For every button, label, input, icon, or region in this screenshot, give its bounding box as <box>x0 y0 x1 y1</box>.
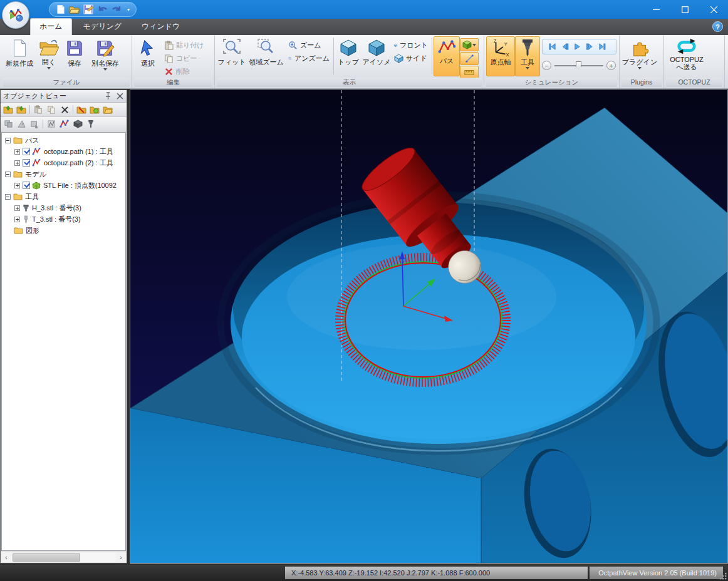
save-path-button[interactable] <box>16 104 27 115</box>
close-path-folder-button[interactable] <box>76 104 87 115</box>
holder-tool-icon <box>23 204 29 212</box>
open-caret-icon <box>47 67 51 69</box>
open-button[interactable]: 開く <box>36 36 62 76</box>
region-zoom-button[interactable]: 領域ズーム <box>247 36 286 76</box>
minimize-button[interactable] <box>642 0 670 19</box>
tree-item-tool-t3[interactable]: T_3.stl : 番号(3) <box>2 213 125 225</box>
speed-decrease-button[interactable]: − <box>542 61 551 70</box>
tree-copy-button[interactable] <box>46 104 57 115</box>
expand-icon[interactable] <box>14 160 20 166</box>
tree-item-tools-folder[interactable]: 工具 <box>2 191 125 202</box>
zoom-in-icon <box>288 41 298 50</box>
ribbon-group-simulation: ZYX 原点軸 工具 − + シミュレーション <box>484 36 620 88</box>
tree-item-path-2[interactable]: octopuz.path (2) : 工具 <box>2 157 125 168</box>
expand-icon[interactable] <box>14 149 20 155</box>
save-icon[interactable] <box>83 4 93 14</box>
plugin-button[interactable]: プラグイン <box>621 36 658 76</box>
viewport-3d[interactable] <box>130 90 728 563</box>
front-view-button[interactable]: フロント <box>392 39 430 51</box>
play-icon[interactable] <box>573 43 581 51</box>
visibility-checkbox[interactable] <box>23 148 30 155</box>
origin-axis-button[interactable]: ZYX 原点軸 <box>486 36 515 76</box>
load-path-button[interactable] <box>3 104 14 115</box>
help-button[interactable]: ? <box>712 21 723 32</box>
tree-item-paths-folder[interactable]: パス <box>2 135 125 146</box>
scrollbar-thumb[interactable] <box>13 553 80 562</box>
show-ruler-button[interactable] <box>460 66 479 79</box>
maximize-button[interactable] <box>670 0 699 19</box>
panel-close-icon[interactable] <box>116 92 124 100</box>
qat-customize-caret[interactable]: ▾ <box>127 7 130 13</box>
unzoom-button[interactable]: アンズーム <box>286 52 332 64</box>
save-button[interactable]: 保存 <box>62 36 87 76</box>
speed-increase-button[interactable]: + <box>606 61 616 70</box>
tree-item-stl-file[interactable]: STL File : 頂点数(10092 <box>2 180 125 191</box>
copy-button[interactable]: コピー <box>162 52 207 64</box>
show-tool-button[interactable]: 工具 <box>515 36 540 76</box>
speed-slider-thumb[interactable] <box>576 61 581 69</box>
title-bar: ▾ <box>0 0 728 19</box>
show-path-button[interactable]: パス <box>434 36 460 76</box>
tree-item-path-1[interactable]: octopuz.path (1) : 工具 <box>2 146 125 157</box>
tab-home[interactable]: ホーム <box>30 18 72 35</box>
close-button[interactable] <box>699 0 728 19</box>
tree-item-models-folder[interactable]: モデル <box>2 168 125 180</box>
merge-objects-button[interactable] <box>3 118 14 130</box>
step-back-icon[interactable] <box>561 43 569 51</box>
new-button[interactable]: 新規作成 <box>3 36 36 76</box>
tree-paste-button[interactable] <box>33 104 44 115</box>
expand-icon[interactable] <box>14 217 20 222</box>
send-to-octopuz-button[interactable]: OCTOPUZ へ送る <box>666 36 707 76</box>
endmill-icon <box>519 38 536 57</box>
path-display-button[interactable] <box>46 118 57 130</box>
expand-icon[interactable] <box>14 183 20 188</box>
show-line-button[interactable] <box>460 52 479 65</box>
visibility-checkbox[interactable] <box>23 182 30 189</box>
side-view-button[interactable]: サイド <box>392 52 430 64</box>
app-logo-icon <box>6 6 25 24</box>
tab-modeling[interactable]: モデリング <box>75 19 130 35</box>
delete-button[interactable]: 削除 <box>162 65 207 78</box>
collapse-icon[interactable] <box>5 194 11 200</box>
scroll-left-arrow-icon[interactable]: ‹ <box>1 553 11 562</box>
tool-display-button[interactable] <box>85 118 96 130</box>
fit-button[interactable]: フィット <box>217 36 247 76</box>
resize-grip[interactable] <box>719 572 727 580</box>
undo-icon[interactable] <box>97 4 108 14</box>
pin-icon[interactable] <box>104 92 112 100</box>
ruler-icon <box>464 69 474 76</box>
browse-folder-button[interactable] <box>102 104 113 115</box>
skip-end-icon[interactable] <box>598 43 606 51</box>
reload-folder-button[interactable] <box>89 104 100 115</box>
path-colored-button[interactable] <box>59 118 70 130</box>
paste-button[interactable]: 貼り付け <box>162 39 207 51</box>
group-label-file: ファイル <box>3 78 130 87</box>
collapse-icon[interactable] <box>5 138 11 143</box>
scroll-right-arrow-icon[interactable]: › <box>116 553 126 562</box>
iso-view-button[interactable]: アイソメ <box>361 36 392 76</box>
expand-icon[interactable] <box>14 205 20 211</box>
top-view-cube-icon <box>339 38 358 57</box>
tree-horizontal-scrollbar[interactable]: ‹ › <box>1 552 126 562</box>
show-model-button[interactable] <box>460 38 479 51</box>
tree-item-shapes-folder[interactable]: 図形 <box>2 225 125 236</box>
collapse-icon[interactable] <box>5 172 11 177</box>
select-button[interactable]: 選択 <box>134 36 162 76</box>
top-view-button[interactable]: トップ <box>335 36 361 76</box>
application-menu-button[interactable] <box>2 1 29 29</box>
open-file-icon[interactable] <box>69 4 80 14</box>
redo-icon[interactable] <box>112 4 122 14</box>
new-file-icon[interactable] <box>56 4 65 14</box>
speed-slider-track[interactable] <box>554 65 603 66</box>
mesh-model-button[interactable] <box>72 118 83 130</box>
zoom-button[interactable]: ズーム <box>286 39 332 51</box>
skip-start-icon[interactable] <box>548 43 556 51</box>
transform-button[interactable] <box>29 118 40 130</box>
tab-window[interactable]: ウィンドウ <box>133 19 189 35</box>
measure-button[interactable] <box>16 118 27 130</box>
tree-delete-button[interactable] <box>59 104 70 115</box>
visibility-checkbox[interactable] <box>23 159 30 167</box>
step-forward-icon[interactable] <box>586 43 594 51</box>
tree-item-tool-h3[interactable]: H_3.stl : 番号(3) <box>2 202 125 213</box>
save-as-button[interactable]: 別名保存 <box>87 36 123 76</box>
